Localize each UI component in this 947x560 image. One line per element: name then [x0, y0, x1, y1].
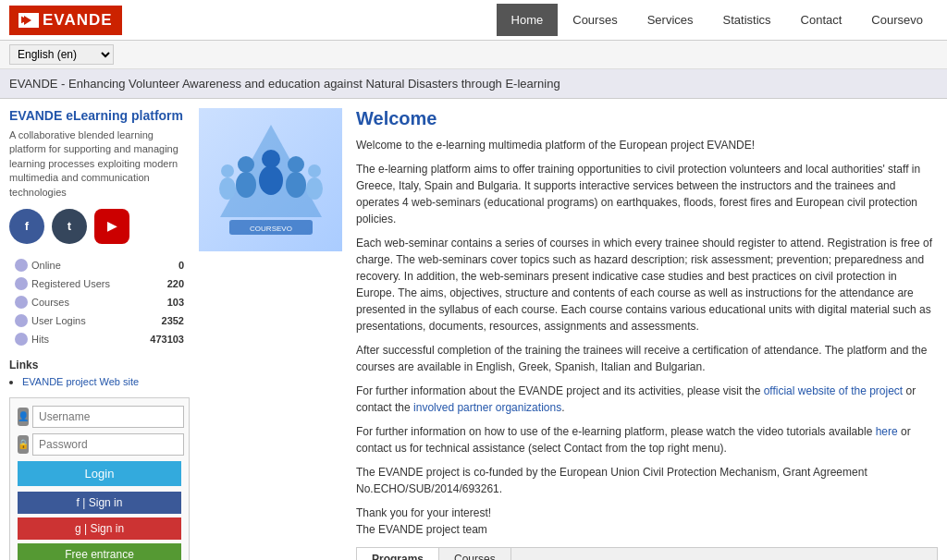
stats-table: Online 0 Registered Users 220 Courses 10…	[9, 255, 190, 349]
registered-icon	[15, 277, 28, 290]
social-icons: f t ▶	[9, 209, 190, 244]
nav-courses[interactable]: Courses	[558, 4, 632, 36]
involved-partners-link[interactable]: involved partner organizations	[413, 401, 561, 414]
language-bar: English (en) Ελληνικά (el) Italiano (it)…	[0, 41, 947, 69]
intro-paragraph: Welcome to the e-learning multimedia pla…	[356, 137, 938, 153]
welcome-heading: Welcome	[356, 108, 938, 129]
here-link[interactable]: here	[876, 425, 898, 438]
stat-courses: Courses 103	[11, 294, 188, 310]
sidebar-description: A collaborative blended learning platfor…	[9, 128, 190, 200]
programs-tabs-section: Programs Courses Civil protection volunt…	[356, 547, 938, 560]
evande-website-link[interactable]: EVANDE project Web site	[22, 376, 139, 387]
certification-paragraph: After successful completion of the train…	[356, 342, 938, 375]
main-text-content: Welcome Welcome to the e-learning multim…	[356, 108, 938, 560]
logo-text: EVANDE	[43, 11, 113, 30]
stat-hits: Hits 473103	[11, 331, 188, 347]
free-entrance-button[interactable]: Free entrance	[18, 543, 181, 560]
video-tutorial-paragraph: For further information on how to use of…	[356, 423, 938, 457]
hits-icon	[15, 333, 28, 346]
evande-illustration: COURSEVO	[199, 108, 342, 251]
username-row: 👤	[18, 406, 181, 428]
stat-registered: Registered Users 220	[11, 275, 188, 292]
stat-online-value: 0	[138, 257, 188, 274]
password-row: 🔒	[18, 433, 181, 456]
svg-point-9	[221, 164, 234, 177]
thanks-paragraph: Thank you for your interest!The EVANDE p…	[356, 505, 938, 538]
stat-online: Online 0	[11, 257, 188, 274]
main-nav: Home Courses Services Statistics Contact…	[497, 4, 938, 36]
page-banner: EVANDE - Enhancing Volunteer Awareness a…	[0, 69, 947, 99]
tumblr-social-icon[interactable]: t	[52, 209, 87, 244]
list-item: EVANDE project Web site	[22, 375, 190, 388]
evande-logo-icon	[18, 13, 39, 28]
svg-text:COURSEVO: COURSEVO	[250, 225, 292, 233]
google-signin-button[interactable]: g | Sign in	[18, 517, 181, 540]
logo-box: EVANDE	[9, 6, 122, 35]
facebook-signin-button[interactable]: f | Sign in	[18, 492, 181, 514]
svg-point-7	[288, 156, 304, 173]
center-image-area: COURSEVO	[199, 108, 347, 560]
logo-area: EVANDE	[9, 6, 122, 35]
svg-point-4	[259, 165, 283, 195]
platform-description: The e-learning platform aims to offer tr…	[356, 161, 938, 227]
stat-logins: User Logins 2352	[11, 312, 188, 329]
links-section: Links EVANDE project Web site	[9, 359, 190, 388]
header: EVANDE Home Courses Services Statistics …	[0, 0, 947, 41]
stat-hits-value: 473103	[138, 331, 188, 347]
nav-services[interactable]: Services	[633, 4, 708, 36]
stat-logins-value: 2352	[138, 312, 188, 329]
svg-point-5	[238, 156, 254, 173]
logins-icon	[15, 314, 28, 327]
user-icon: 👤	[18, 408, 29, 426]
grant-paragraph: The EVANDE project is co-funded by the E…	[356, 464, 938, 497]
svg-point-6	[236, 172, 256, 198]
login-box: 👤 🔒 Login f | Sign in g | Sign in Free e…	[9, 397, 190, 560]
password-input[interactable]	[32, 433, 184, 456]
sidebar-title: EVANDE eLearning platform	[9, 108, 190, 123]
links-list: EVANDE project Web site	[9, 375, 190, 388]
facebook-social-icon[interactable]: f	[9, 209, 44, 244]
username-input[interactable]	[32, 406, 184, 428]
further-info-paragraph: For further information about the EVANDE…	[356, 383, 938, 416]
svg-point-10	[219, 177, 236, 200]
banner-text: EVANDE - Enhancing Volunteer Awareness a…	[9, 77, 560, 91]
login-button[interactable]: Login	[18, 461, 181, 486]
svg-point-8	[286, 172, 306, 198]
sidebar: EVANDE eLearning platform A collaborativ…	[9, 108, 190, 560]
main-content: EVANDE eLearning platform A collaborativ…	[0, 99, 947, 560]
links-title: Links	[9, 359, 190, 371]
svg-point-12	[306, 177, 323, 200]
nav-home[interactable]: Home	[497, 4, 559, 36]
stat-courses-value: 103	[138, 294, 188, 310]
nav-statistics[interactable]: Statistics	[708, 4, 786, 36]
svg-point-11	[308, 164, 321, 177]
tab-programs[interactable]: Programs	[357, 548, 439, 560]
stat-registered-value: 220	[138, 275, 188, 292]
courses-stat-icon	[15, 296, 28, 309]
nav-coursevo[interactable]: Coursevo	[856, 4, 938, 36]
tab-courses[interactable]: Courses	[439, 548, 511, 560]
online-icon	[15, 259, 28, 272]
nav-contact[interactable]: Contact	[786, 4, 857, 36]
youtube-social-icon[interactable]: ▶	[94, 209, 129, 244]
language-select[interactable]: English (en) Ελληνικά (el) Italiano (it)…	[9, 44, 114, 65]
tab-bar: Programs Courses	[357, 548, 937, 560]
webseminar-description: Each web-seminar contains a series of co…	[356, 235, 938, 335]
lock-icon: 🔒	[18, 435, 29, 454]
official-website-link[interactable]: official website of the project	[764, 384, 904, 397]
